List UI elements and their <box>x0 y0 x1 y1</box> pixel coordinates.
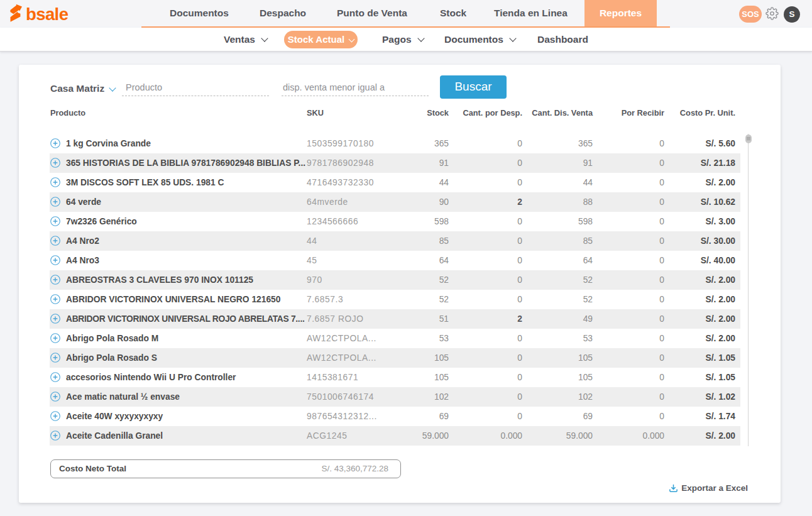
svg-text:bsale: bsale <box>26 4 69 24</box>
